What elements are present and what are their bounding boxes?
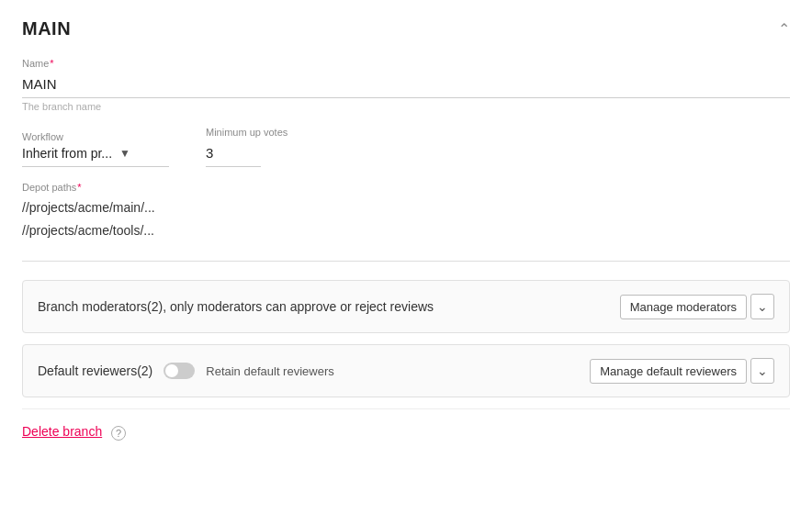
- depot-paths-value: //projects/acme/main/... //projects/acme…: [22, 196, 790, 242]
- delete-branch-button[interactable]: Delete branch: [22, 424, 102, 439]
- retain-reviewers-label: Retain default reviewers: [206, 364, 333, 378]
- delete-help-icon[interactable]: ?: [111, 426, 126, 441]
- default-reviewers-section: Default reviewers(2) Retain default revi…: [22, 344, 790, 397]
- workflow-dropdown-arrow: ▼: [119, 147, 130, 160]
- section-divider: [22, 261, 790, 262]
- moderators-section: Branch moderators(2), only moderators ca…: [22, 280, 790, 333]
- default-reviewers-title: Default reviewers(2): [38, 363, 152, 378]
- name-hint: The branch name: [22, 101, 790, 112]
- workflow-dropdown[interactable]: Inherit from pr... ▼: [22, 146, 169, 167]
- name-label: Name*: [22, 58, 790, 69]
- collapse-icon[interactable]: ⌃: [778, 20, 790, 38]
- min-votes-label: Minimum up votes: [206, 127, 288, 138]
- manage-default-reviewers-button[interactable]: Manage default reviewers: [590, 359, 747, 384]
- moderators-expand-button[interactable]: ⌄: [750, 294, 774, 319]
- min-votes-input[interactable]: [206, 141, 261, 167]
- workflow-value: Inherit from pr...: [22, 146, 112, 161]
- delete-section: Delete branch ?: [22, 408, 790, 443]
- workflow-label: Workflow: [22, 131, 169, 142]
- moderators-title: Branch moderators(2), only moderators ca…: [38, 299, 434, 314]
- depot-paths-label: Depot paths*: [22, 182, 790, 193]
- name-input[interactable]: [22, 73, 790, 98]
- manage-moderators-button[interactable]: Manage moderators: [620, 295, 747, 319]
- page-title: MAIN: [22, 18, 71, 39]
- default-reviewers-expand-button[interactable]: ⌄: [750, 358, 774, 384]
- retain-reviewers-toggle[interactable]: [164, 363, 195, 379]
